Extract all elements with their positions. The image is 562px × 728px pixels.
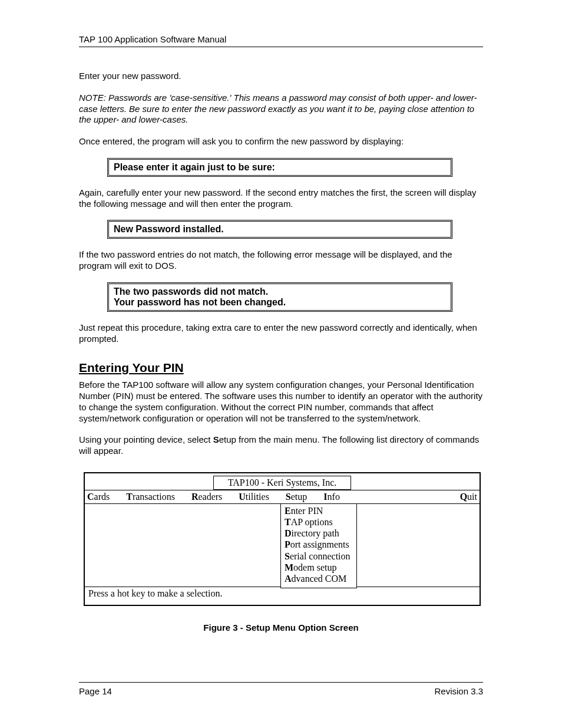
hotkey-letter: P xyxy=(285,539,290,549)
header-rule xyxy=(79,47,483,47)
dropdown-item-directory-path[interactable]: Directory path xyxy=(285,528,351,539)
item-label-rest: irectory path xyxy=(292,528,339,538)
item-label-rest: odem setup xyxy=(293,562,336,572)
note-paragraph: NOTE: Passwords are 'case-sensitive.' Th… xyxy=(79,93,483,126)
menu-label-rest: nfo xyxy=(328,492,340,502)
menu-quit[interactable]: Quit xyxy=(460,492,477,502)
paragraph: Just repeat this procedure, taking extra… xyxy=(79,322,483,345)
menu-cards[interactable]: Cards xyxy=(87,492,110,502)
item-label-rest: nter PIN xyxy=(291,506,323,516)
prompt-text: New Password installed. xyxy=(114,224,224,234)
figure-caption: Figure 3 - Setup Menu Option Screen xyxy=(79,622,483,633)
item-label-rest: erial connection xyxy=(290,551,351,561)
item-label-rest: AP options xyxy=(291,517,333,527)
menu-label-rest: eaders xyxy=(198,492,222,502)
prompt-box: The two passwords did not match. Your pa… xyxy=(107,282,452,312)
paragraph: Before the TAP100 software will allow an… xyxy=(79,380,483,424)
hotkey-letter: D xyxy=(285,528,292,538)
paragraph: Once entered, the program will ask you t… xyxy=(79,136,483,147)
app-title-row: TAP100 - Keri Systems, Inc. xyxy=(85,473,480,490)
menu-label-rest: etup xyxy=(291,492,308,502)
menu-utilities[interactable]: Utilities xyxy=(239,492,269,502)
section-heading: Entering Your PIN xyxy=(79,361,483,375)
figure: TAP100 - Keri Systems, Inc. Cards Transa… xyxy=(79,472,483,633)
menu-info[interactable]: Info xyxy=(323,492,340,502)
paragraph: Again, carefully enter your new password… xyxy=(79,187,483,210)
footer-page-number: Page 14 xyxy=(79,686,112,696)
client-area: Enter PIN TAP options Directory path Por… xyxy=(85,504,480,587)
setup-dropdown: Enter PIN TAP options Directory path Por… xyxy=(280,504,357,588)
document-page: TAP 100 Application Software Manual Ente… xyxy=(0,0,562,728)
menu-spacer xyxy=(356,492,444,502)
dropdown-item-tap-options[interactable]: TAP options xyxy=(285,516,351,528)
paragraph: Enter your new password. xyxy=(79,71,483,82)
footer-revision: Revision 3.3 xyxy=(434,686,483,696)
page-footer: Page 14 Revision 3.3 xyxy=(79,682,483,696)
app-title: TAP100 - Keri Systems, Inc. xyxy=(213,476,351,490)
paragraph: If the two password entries do not match… xyxy=(79,249,483,272)
item-label-rest: ort assignments xyxy=(290,539,349,549)
menu-setup[interactable]: Setup xyxy=(286,492,307,502)
menu-label-rest: uit xyxy=(467,492,477,502)
running-header: TAP 100 Application Software Manual xyxy=(79,34,483,44)
hotkey-letter: T xyxy=(285,517,291,527)
hotkey-letter: T xyxy=(126,492,133,502)
prompt-text: Please enter it again just to be sure: xyxy=(114,162,275,172)
prompt-text-line1: The two passwords did not match. xyxy=(114,286,268,297)
dropdown-item-enter-pin[interactable]: Enter PIN xyxy=(285,505,351,516)
footer-rule xyxy=(79,682,483,683)
dropdown-item-advanced-com[interactable]: Advanced COM xyxy=(285,573,351,584)
item-label-rest: dvanced COM xyxy=(292,574,347,584)
prompt-box: Please enter it again just to be sure: xyxy=(107,158,452,177)
dropdown-item-serial-connection[interactable]: Serial connection xyxy=(285,551,351,562)
statusbar: Press a hot key to make a selection. xyxy=(85,587,480,605)
menu-readers[interactable]: Readers xyxy=(191,492,222,502)
menubar: Cards Transactions Readers Utilities Set… xyxy=(85,490,480,504)
status-text: Press a hot key to make a selection. xyxy=(88,588,223,598)
hotkey-letter: M xyxy=(285,562,293,572)
hotkey-letter: A xyxy=(285,574,292,584)
hotkey-letter: C xyxy=(87,492,94,502)
hotkey-letter: Q xyxy=(460,492,467,502)
paragraph: Using your pointing device, select Setup… xyxy=(79,434,483,457)
menu-label-rest: ransactions xyxy=(133,492,175,502)
prompt-text-line2: Your password has not been changed. xyxy=(114,297,286,307)
menu-transactions[interactable]: Transactions xyxy=(126,492,175,502)
menu-label-rest: tilities xyxy=(246,492,269,502)
hotkey-letter: R xyxy=(191,492,199,502)
dropdown-item-modem-setup[interactable]: Modem setup xyxy=(285,562,351,573)
dropdown-item-port-assignments[interactable]: Port assignments xyxy=(285,539,351,550)
menu-label-rest: ards xyxy=(94,492,110,502)
app-window: TAP100 - Keri Systems, Inc. Cards Transa… xyxy=(84,472,481,606)
hotkey-letter: S xyxy=(286,492,291,502)
text-run: etup xyxy=(219,434,236,444)
prompt-box: New Password installed. xyxy=(107,220,452,239)
text-run: Using your pointing device, select xyxy=(79,434,213,444)
hotkey-letter: S xyxy=(213,434,219,444)
hotkey-letter: S xyxy=(285,551,290,561)
hotkey-letter: U xyxy=(239,492,246,502)
hotkey-letter: E xyxy=(285,506,291,516)
